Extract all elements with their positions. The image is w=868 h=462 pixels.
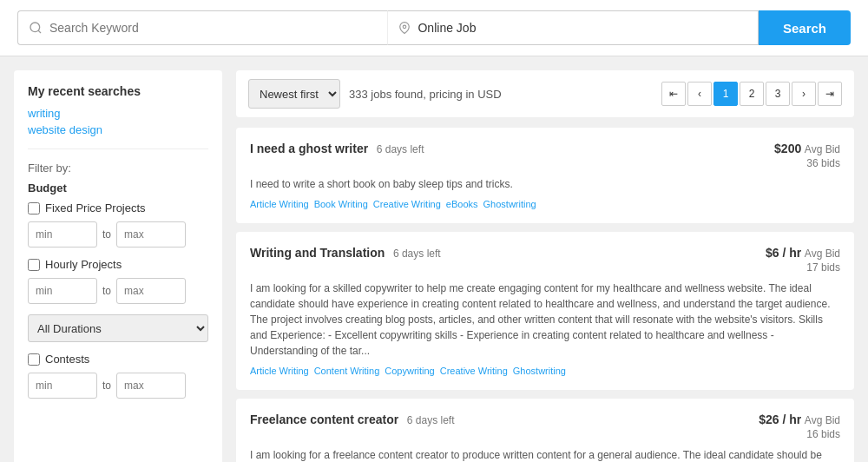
job-tags: Article WritingContent WritingCopywritin…	[250, 366, 840, 376]
top-search-bar: Search	[0, 0, 868, 56]
job-days-left: 6 days left	[407, 414, 455, 426]
job-tag[interactable]: eBooks	[446, 199, 478, 209]
fixed-price-max[interactable]	[116, 221, 186, 248]
job-bids-count: 16 bids	[759, 428, 840, 440]
contests-to: to	[102, 380, 111, 392]
job-bid-label: Avg Bid	[805, 143, 840, 155]
job-description: I am looking for a skilled copywriter to…	[250, 280, 840, 359]
job-tag[interactable]: Article Writing	[250, 366, 309, 376]
job-description: I need to write a short book on baby sle…	[250, 176, 840, 192]
page-last-btn[interactable]: ⇥	[818, 82, 842, 106]
job-tag[interactable]: Creative Writing	[373, 199, 441, 209]
hourly-to: to	[102, 285, 111, 297]
sort-select[interactable]: Newest first	[248, 79, 340, 109]
job-tag[interactable]: Ghostwriting	[483, 199, 536, 209]
search-button[interactable]: Search	[759, 10, 851, 45]
sidebar: My recent searches writing website desig…	[14, 70, 222, 462]
location-wrap	[387, 10, 758, 45]
job-bid: $26 / hr Avg Bid 16 bids	[759, 412, 840, 440]
job-bid-amount: $200	[774, 142, 801, 155]
fixed-price-range: to	[28, 221, 208, 248]
job-title-wrap: Writing and Translation 6 days left	[250, 246, 441, 260]
job-bids-count: 36 bids	[774, 157, 840, 169]
job-tag[interactable]: Article Writing	[250, 199, 309, 209]
sidebar-divider-1	[28, 148, 208, 149]
job-bid-label: Avg Bid	[805, 248, 840, 260]
hourly-row: Hourly Projects	[28, 258, 208, 271]
job-description: I am looking for a freelance content cre…	[250, 447, 840, 462]
job-days-left: 6 days left	[393, 248, 441, 260]
job-bid-amount: $6 / hr	[766, 246, 801, 260]
page-prev-btn[interactable]: ‹	[687, 82, 712, 106]
fixed-price-min[interactable]	[28, 221, 97, 248]
contests-range: to	[28, 373, 208, 399]
location-icon	[398, 22, 411, 34]
job-tag[interactable]: Content Writing	[314, 366, 380, 376]
duration-select[interactable]: All Durations	[28, 314, 208, 342]
search-keyword-input[interactable]	[49, 21, 377, 35]
job-tag[interactable]: Book Writing	[314, 199, 368, 209]
hourly-checkbox[interactable]	[28, 259, 40, 271]
location-input[interactable]	[418, 21, 746, 35]
page-1-btn[interactable]: 1	[713, 82, 738, 106]
budget-label: Budget	[28, 182, 208, 195]
fixed-price-row: Fixed Price Projects	[28, 201, 208, 214]
job-tag[interactable]: Creative Writing	[440, 366, 508, 376]
hourly-label: Hourly Projects	[45, 258, 122, 271]
job-bid: $6 / hr Avg Bid 17 bids	[766, 246, 840, 274]
search-icon	[29, 21, 43, 35]
recent-searches-title: My recent searches	[28, 84, 208, 98]
contests-row: Contests	[28, 353, 208, 366]
job-list: I need a ghost writer 6 days left $200 A…	[236, 128, 854, 462]
page-2-btn[interactable]: 2	[740, 82, 764, 106]
page-next-btn[interactable]: ›	[792, 82, 816, 106]
results-count: 333 jobs found, pricing in USD	[349, 88, 653, 101]
job-bid-amount: $26 / hr	[759, 412, 801, 426]
filter-by-label: Filter by:	[28, 162, 208, 175]
fixed-price-to: to	[102, 228, 111, 241]
fixed-price-label: Fixed Price Projects	[45, 201, 146, 214]
search-keyword-wrap	[17, 10, 387, 45]
job-bid-label: Avg Bid	[805, 414, 840, 426]
hourly-range: to	[28, 278, 208, 304]
svg-point-2	[404, 25, 407, 28]
page-3-btn[interactable]: 3	[766, 82, 790, 106]
fixed-price-checkbox[interactable]	[28, 202, 40, 214]
job-title[interactable]: Freelance content creator	[250, 412, 398, 426]
job-header: I need a ghost writer 6 days left $200 A…	[250, 142, 840, 169]
contests-label: Contests	[45, 353, 89, 366]
contests-max[interactable]	[116, 373, 186, 399]
job-title-wrap: Freelance content creator 6 days left	[250, 412, 455, 426]
job-title[interactable]: Writing and Translation	[250, 246, 385, 260]
job-header: Freelance content creator 6 days left $2…	[250, 412, 840, 440]
job-header: Writing and Translation 6 days left $6 /…	[250, 246, 840, 274]
svg-point-0	[30, 23, 40, 32]
recent-search-website-design[interactable]: website design	[28, 123, 208, 136]
hourly-min[interactable]	[28, 278, 97, 304]
contests-min[interactable]	[28, 373, 97, 399]
recent-search-writing[interactable]: writing	[28, 107, 208, 120]
svg-line-1	[38, 30, 41, 33]
job-title-wrap: I need a ghost writer 6 days left	[250, 142, 424, 155]
results-header: Newest first 333 jobs found, pricing in …	[236, 70, 854, 117]
contests-checkbox[interactable]	[28, 353, 40, 366]
pagination: ⇤ ‹ 1 2 3 › ⇥	[661, 82, 842, 106]
recent-searches-list: writing website design	[28, 107, 208, 136]
job-card: Freelance content creator 6 days left $2…	[236, 399, 854, 462]
results-panel: Newest first 333 jobs found, pricing in …	[236, 70, 854, 462]
job-card: I need a ghost writer 6 days left $200 A…	[236, 128, 854, 223]
job-bids-count: 17 bids	[766, 261, 840, 274]
job-tag[interactable]: Copywriting	[385, 366, 434, 376]
job-days-left: 6 days left	[377, 143, 424, 155]
job-tags: Article WritingBook WritingCreative Writ…	[250, 199, 840, 209]
job-tag[interactable]: Ghostwriting	[513, 366, 566, 376]
page-first-btn[interactable]: ⇤	[661, 82, 686, 106]
job-title[interactable]: I need a ghost writer	[250, 142, 368, 155]
job-bid: $200 Avg Bid 36 bids	[774, 142, 840, 169]
hourly-max[interactable]	[116, 278, 186, 304]
job-card: Writing and Translation 6 days left $6 /…	[236, 232, 854, 390]
